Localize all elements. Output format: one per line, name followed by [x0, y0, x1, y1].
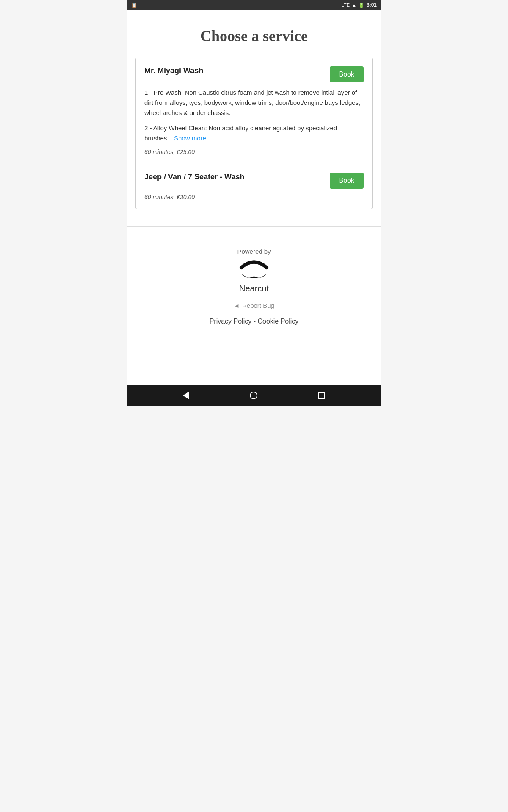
service-header-jeep: Jeep / Van / 7 Seater - Wash Book: [144, 173, 364, 189]
powered-by-text: Powered by: [237, 248, 271, 255]
cookie-policy-link[interactable]: Cookie Policy: [257, 318, 298, 325]
services-list: Mr. Miyagi Wash Book 1 - Pre Wash: Non C…: [135, 58, 373, 209]
service-name-jeep: Jeep / Van / 7 Seater - Wash: [144, 173, 244, 181]
page-title: Choose a service: [127, 10, 381, 58]
clock: 8:01: [367, 2, 377, 8]
privacy-policy-link[interactable]: Privacy Policy: [210, 318, 252, 325]
service-description-2: 2 - Alloy Wheel Clean: Non acid alloy cl…: [144, 123, 364, 143]
back-icon: [183, 392, 189, 399]
battery-icon: 🔋: [359, 3, 364, 8]
recent-button[interactable]: [315, 389, 329, 402]
signal-indicator: LTE: [342, 3, 350, 8]
signal-bars: ▲: [352, 3, 356, 8]
service-item-miyagi-wash: Mr. Miyagi Wash Book 1 - Pre Wash: Non C…: [136, 58, 372, 164]
home-icon: [250, 392, 257, 399]
policy-separator: -: [251, 318, 257, 325]
report-bug-icon: ◄: [234, 302, 240, 309]
moustache-icon: [239, 270, 269, 282]
book-button-miyagi[interactable]: Book: [330, 66, 364, 82]
service-meta-jeep: 60 minutes, €30.00: [144, 194, 364, 200]
report-bug-label: Report Bug: [242, 302, 274, 309]
nearcut-logo: [239, 258, 269, 282]
status-bar: 📋 LTE ▲ 🔋 8:01: [127, 0, 381, 10]
service-description-1: 1 - Pre Wash: Non Caustic citrus foam an…: [144, 88, 364, 118]
service-name: Mr. Miyagi Wash: [144, 66, 203, 75]
service-header: Mr. Miyagi Wash Book: [144, 66, 364, 82]
service-item-jeep-wash: Jeep / Van / 7 Seater - Wash Book 60 min…: [136, 164, 372, 209]
show-more-link[interactable]: Show more: [174, 134, 206, 142]
eyebrow-icon: [239, 258, 269, 270]
service-meta-miyagi: 60 minutes, €25.00: [144, 148, 364, 155]
recent-icon: [318, 392, 325, 399]
book-button-jeep[interactable]: Book: [330, 173, 364, 189]
back-button[interactable]: [179, 388, 192, 403]
app-icon: 📋: [131, 3, 137, 8]
report-bug-link[interactable]: ◄ Report Bug: [234, 302, 274, 309]
brand-name: Nearcut: [239, 284, 269, 294]
policy-links: Privacy Policy - Cookie Policy: [210, 318, 299, 325]
footer: Powered by Nearcut ◄ Report Bug Privacy …: [127, 227, 381, 342]
home-button[interactable]: [246, 388, 261, 403]
bottom-nav: [127, 385, 381, 406]
main-content: Choose a service Mr. Miyagi Wash Book 1 …: [127, 10, 381, 385]
